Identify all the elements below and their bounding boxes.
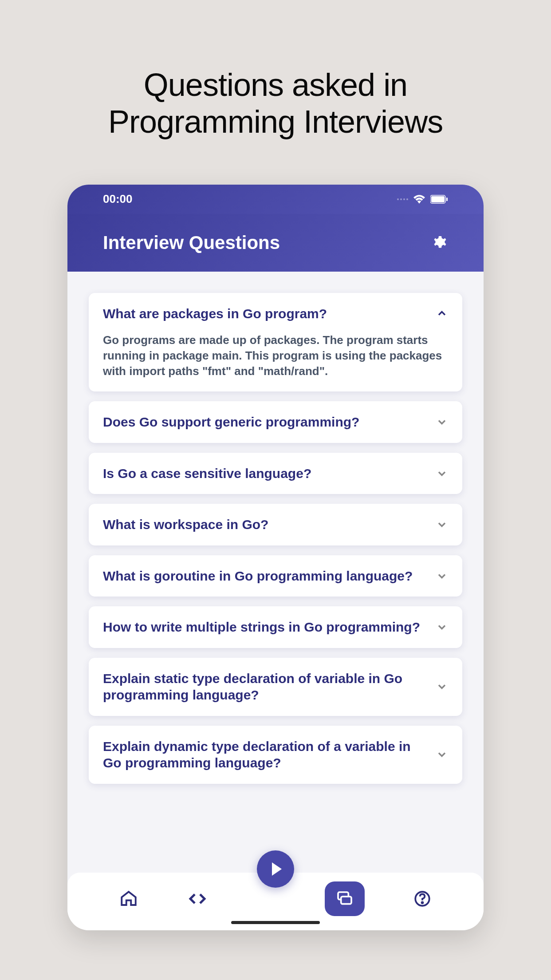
chevron-down-icon [436,416,448,428]
question-header: How to write multiple strings in Go prog… [103,619,448,636]
question-card[interactable]: How to write multiple strings in Go prog… [89,606,462,648]
code-icon [187,888,208,909]
question-text: How to write multiple strings in Go prog… [103,619,427,636]
play-button[interactable] [257,850,294,888]
chevron-down-icon [436,467,448,480]
question-text: What is goroutine in Go programming lang… [103,568,427,585]
question-header: Explain static type declaration of varia… [103,670,448,703]
gear-icon[interactable] [432,235,448,251]
question-header: What are packages in Go program? [103,305,448,322]
svg-rect-2 [446,198,448,201]
question-card-expanded[interactable]: What are packages in Go program? Go prog… [89,293,462,392]
question-header: What is workspace in Go? [103,516,448,533]
chevron-down-icon [436,748,448,761]
nav-home[interactable] [118,888,140,910]
chat-icon [336,890,354,908]
question-card[interactable]: What is goroutine in Go programming lang… [89,555,462,597]
question-header: What is goroutine in Go programming lang… [103,568,448,585]
heading-line-1: Questions asked in [144,67,407,103]
chevron-down-icon [436,518,448,531]
nav-code[interactable] [186,888,209,910]
nav-help[interactable] [411,888,433,910]
battery-icon [430,195,448,204]
status-icons [397,195,448,204]
question-card[interactable]: Explain dynamic type declaration of a va… [89,726,462,784]
question-text: Explain static type declaration of varia… [103,670,427,703]
cellular-icon [397,198,408,200]
page-heading: Questions asked in Programming Interview… [108,67,443,140]
help-icon [413,889,432,908]
svg-point-6 [422,902,423,903]
play-icon [272,862,282,876]
app-title: Interview Questions [103,232,280,253]
answer-text: Go programs are made up of packages. The… [103,332,448,379]
chevron-down-icon [436,680,448,693]
questions-list: What are packages in Go program? Go prog… [67,272,484,784]
chevron-down-icon [436,570,448,582]
home-indicator [231,921,320,924]
question-card[interactable]: Explain static type declaration of varia… [89,658,462,716]
question-text: What is workspace in Go? [103,516,427,533]
question-text: Is Go a case sensitive language? [103,465,427,482]
question-card[interactable]: Is Go a case sensitive language? [89,453,462,494]
question-card[interactable]: What is workspace in Go? [89,504,462,545]
phone-screen: 00:00 Interview Questions [67,185,484,930]
wifi-icon [413,195,425,204]
status-bar: 00:00 [67,185,484,214]
chevron-down-icon [436,621,448,633]
svg-rect-4 [341,897,351,904]
status-time: 00:00 [103,192,133,206]
app-header: Interview Questions [67,214,484,272]
question-card[interactable]: Does Go support generic programming? [89,401,462,443]
heading-line-2: Programming Interviews [108,104,443,139]
svg-rect-1 [431,196,445,202]
question-header: Does Go support generic programming? [103,414,448,431]
home-icon [119,889,138,908]
question-header: Is Go a case sensitive language? [103,465,448,482]
question-text: What are packages in Go program? [103,305,427,322]
question-header: Explain dynamic type declaration of a va… [103,738,448,771]
question-text: Does Go support generic programming? [103,414,427,431]
nav-chat-active[interactable] [325,881,365,916]
question-text: Explain dynamic type declaration of a va… [103,738,427,771]
chevron-up-icon [436,307,448,320]
